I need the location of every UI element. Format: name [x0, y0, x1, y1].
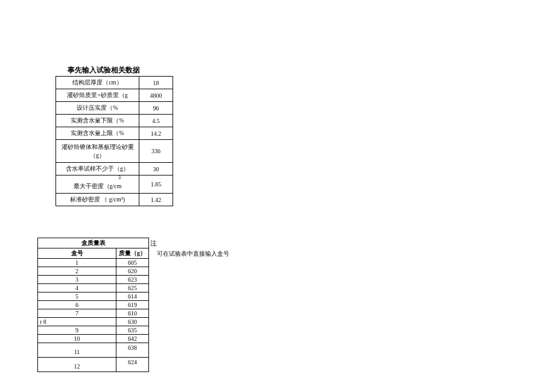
box-mass-cell: 605	[116, 259, 149, 267]
page-title: 事先输入试验相关数据	[68, 65, 140, 75]
box-mass-cell: 620	[116, 267, 149, 276]
table-row: 5614	[38, 292, 149, 301]
param-row: 灌砂筒锥体和基板理论砂重（g）336	[56, 140, 173, 163]
table-row: 2620	[38, 267, 149, 276]
param-row: 实测含水量上限（%14.2	[56, 127, 173, 140]
param-label: 灌砂筒质里+砂质里（g	[56, 89, 139, 102]
table-row: 10642	[38, 335, 149, 343]
box-no-cell: 6	[38, 301, 116, 309]
param-label: 实测含水量上限（%	[56, 127, 139, 140]
param-row: 结构层厚度（cm）18	[56, 77, 173, 89]
param-row: 3最大干密度（g/cm1.85	[56, 175, 173, 194]
table-row: 3623	[38, 276, 149, 284]
box-no-cell: 12	[38, 358, 116, 372]
param-value: 1.42	[139, 194, 173, 206]
params-table: 结构层厚度（cm）18灌砂筒质里+砂质里（g4800设计压实度（%96实测含水量…	[56, 76, 173, 206]
param-row: 含水率试样不少于（g）30	[56, 163, 173, 175]
box-no-cell: r 8	[38, 318, 116, 326]
box-no-cell: 11	[38, 343, 116, 358]
param-label: 设计压实度（%	[56, 102, 139, 115]
param-value: 18	[139, 77, 173, 89]
box-no-cell: 10	[38, 335, 116, 343]
box-no-cell: 5	[38, 292, 116, 301]
param-row: 标准砂密度 （ g/cm³)1.42	[56, 194, 173, 206]
box-mass-table: 盒质量表 盒号 质量（g） 16052620362346255614661976…	[37, 238, 149, 372]
box-no-cell: 3	[38, 276, 116, 284]
param-label: 3最大干密度（g/cm	[56, 175, 139, 194]
box-no-cell: 1	[38, 259, 116, 267]
table-row: 7610	[38, 309, 149, 318]
table-row: 12624	[38, 358, 149, 372]
param-row: 灌砂筒质里+砂质里（g4800	[56, 89, 173, 102]
table-row: r 8630	[38, 318, 149, 326]
box-no-cell: 4	[38, 284, 116, 292]
param-row: 实测含水量下限（%4.5	[56, 115, 173, 127]
param-label: 标准砂密度 （ g/cm³)	[56, 194, 139, 206]
param-label: 灌砂筒锥体和基板理论砂重（g）	[56, 140, 139, 163]
param-value: 1.85	[139, 175, 173, 194]
param-value: 4.5	[139, 115, 173, 127]
note-label: 注	[150, 239, 157, 248]
box-mass-cell: 630	[116, 318, 149, 326]
box-no-cell: 7	[38, 309, 116, 318]
table-row: 9635	[38, 326, 149, 335]
table-row: 4625	[38, 284, 149, 292]
param-label: 含水率试样不少于（g）	[56, 163, 139, 175]
box-mass-cell: 619	[116, 301, 149, 309]
box-table-col-no: 盒号	[38, 248, 116, 259]
table-row: 1605	[38, 259, 149, 267]
param-value: 14.2	[139, 127, 173, 140]
box-mass-cell: 623	[116, 276, 149, 284]
param-value: 30	[139, 163, 173, 175]
box-mass-cell: 635	[116, 326, 149, 335]
box-mass-cell: 624	[116, 358, 149, 372]
param-value: 96	[139, 102, 173, 115]
table-row: 6619	[38, 301, 149, 309]
param-value: 336	[139, 140, 173, 163]
box-mass-cell: 610	[116, 309, 149, 318]
box-no-cell: 2	[38, 267, 116, 276]
param-label: 结构层厚度（cm）	[56, 77, 139, 89]
box-table-col-mass: 质量（g）	[116, 248, 149, 259]
table-row: 11638	[38, 343, 149, 358]
param-row: 设计压实度（%96	[56, 102, 173, 115]
box-table-header: 盒质量表	[38, 238, 149, 248]
note-text: 可在试验表中直接输入盒号	[157, 250, 229, 258]
box-mass-cell: 642	[116, 335, 149, 343]
box-mass-cell: 625	[116, 284, 149, 292]
box-mass-cell: 638	[116, 343, 149, 358]
param-label: 实测含水量下限（%	[56, 115, 139, 127]
box-mass-cell: 614	[116, 292, 149, 301]
param-value: 4800	[139, 89, 173, 102]
box-no-cell: 9	[38, 326, 116, 335]
